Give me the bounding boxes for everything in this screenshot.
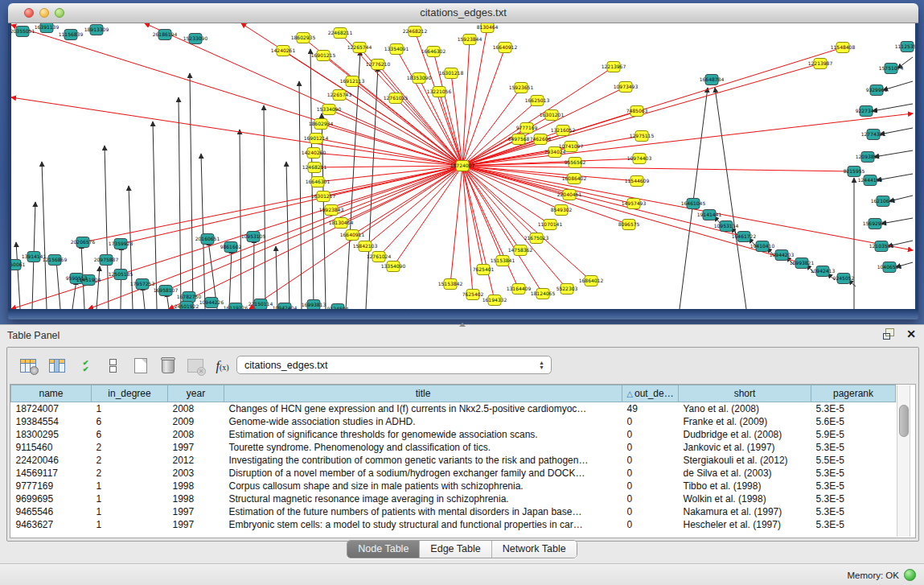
table-panel-header: Table Panel ✕	[0, 325, 924, 346]
table-row[interactable]: 1938455462009Genome-wide association stu…	[11, 415, 896, 428]
graph-node-label: 7850061	[11, 262, 26, 267]
table-cell: 1	[92, 480, 168, 492]
column-header-name[interactable]: name	[11, 385, 92, 402]
network-window[interactable]: citations_edges.txt 16912113122657431533…	[8, 3, 918, 319]
table-cell: 0	[622, 454, 679, 467]
table-cell: Estimation of significance thresholds fo…	[224, 428, 622, 441]
graph-node-label: 15692971	[863, 220, 888, 226]
table-cell: Changes of HCN gene expression and I(f) …	[224, 402, 622, 416]
tab-edge-table[interactable]: Edge Table	[420, 541, 491, 558]
delete-table-icon[interactable]	[184, 355, 206, 377]
float-panel-icon[interactable]	[883, 328, 895, 340]
table-cell: Hescheler et al. (1997)	[679, 518, 811, 531]
graph-node-label: 15153841	[491, 257, 515, 263]
table-cell: 1997	[168, 505, 224, 518]
tab-network-table[interactable]: Network Table	[492, 541, 577, 558]
table-cell: Embryonic stem cells: a model to study s…	[224, 518, 622, 531]
graph-node-label: 5522303	[556, 286, 578, 291]
graph-node-label: 15923844	[458, 36, 483, 42]
column-header-title[interactable]: title	[224, 385, 622, 402]
delete-icon[interactable]	[157, 355, 179, 377]
network-canvas[interactable]: 1691211312265743153340901860293416901214…	[11, 23, 915, 309]
table-tabs: Node TableEdge TableNetwork Table	[347, 540, 577, 558]
column-header-short[interactable]: short	[679, 385, 811, 402]
table-cell: Franke et al. (2009)	[679, 415, 811, 428]
table-cell: Estimation of the future numbers of pati…	[224, 505, 622, 518]
graph-node-label: 13221056	[427, 89, 452, 94]
graph-node-label: 10973493	[614, 84, 639, 89]
graph-node-label: 17359928	[109, 241, 133, 246]
table-cell: 2012	[168, 454, 224, 467]
table-cell: 0	[622, 505, 679, 518]
table-cell: 9699695	[11, 492, 92, 505]
graph-node-label: 20160651	[195, 236, 220, 241]
scrollbar-thumb[interactable]	[899, 405, 909, 437]
graph-node-label: 16194332	[483, 297, 507, 303]
table-cell: 9777169	[11, 480, 92, 492]
table-row[interactable]: 911546021997Tourette syndrome. Phenomeno…	[11, 441, 896, 454]
graph-node-label: 17957253	[130, 281, 155, 286]
column-header-out_de[interactable]: △out_de…	[622, 385, 679, 402]
graph-node-label: 16625013	[525, 97, 550, 103]
table-row[interactable]: 946554611997Estimation of the future num…	[11, 505, 896, 518]
row-select-icon[interactable]: ✔✔	[75, 355, 97, 377]
table-cell: Tibbo et al. (1998)	[679, 480, 811, 492]
function-builder-icon[interactable]: f(x)	[211, 355, 233, 377]
graph-node-label: 16993813	[302, 302, 326, 307]
graph-node-label: 10942413	[811, 268, 836, 274]
table-cell: 19384554	[11, 415, 92, 428]
graph-node-label: 21675023	[524, 235, 549, 241]
table-cell: 5.3E-5	[811, 402, 896, 416]
table-row[interactable]: 1872400712008Changes of HCN gene express…	[11, 402, 896, 416]
graph-node-label: 14240260	[302, 150, 326, 155]
graph-node-label: 10953114	[714, 223, 739, 229]
graph-node-label: 12213987	[808, 60, 833, 66]
graph-node-label: 10974403	[627, 155, 652, 161]
table-row[interactable]: 2242004622012Investigating the contribut…	[11, 454, 896, 467]
table-cell: Investigating the contribution of common…	[224, 454, 622, 467]
graph-node-label: 18124065	[531, 290, 556, 296]
table-cell: 14569117	[11, 467, 92, 480]
table-settings-icon[interactable]	[17, 355, 39, 377]
table-cell: 5.6E-5	[811, 415, 896, 428]
table-cell: Yano et al. (2008)	[679, 402, 811, 416]
new-table-icon[interactable]	[129, 355, 151, 377]
graph-node-label: 27150114	[248, 301, 273, 307]
table-cell: 5.9E-5	[811, 428, 896, 441]
tab-node-table[interactable]: Node Table	[347, 541, 420, 558]
column-header-pagerank[interactable]: pagerank	[811, 385, 896, 402]
table-cell: 0	[622, 467, 679, 480]
rows-icon[interactable]	[102, 355, 124, 377]
show-columns-icon[interactable]	[46, 355, 68, 377]
column-header-year[interactable]: year	[168, 385, 224, 402]
graph-node-label: 11125354	[895, 43, 915, 49]
graph-node-label: 8549302	[551, 207, 573, 212]
table-cell: 1	[92, 505, 168, 518]
table-row[interactable]: 1830029562008Estimation of significance …	[11, 428, 896, 441]
graph-node-label: 16993821	[790, 260, 815, 266]
table-row[interactable]: 946362711997Embryonic stem cells: a mode…	[11, 518, 896, 531]
graph-node-label: 12468211	[302, 164, 327, 170]
graph-node-label: 12776210	[366, 61, 391, 67]
table-cell: Disruption of a novel member of a sodium…	[224, 467, 622, 480]
table-row[interactable]: 1456911722003Disruption of a novel membe…	[11, 467, 896, 480]
graph-node-label: 11451904	[76, 277, 101, 282]
citation-network-graph[interactable]: 1691211312265743153340901860293416901214…	[11, 23, 915, 309]
column-header-in_degree[interactable]: in_degree	[92, 385, 168, 402]
table-row[interactable]: 969969511998Structural magnetic resonanc…	[11, 492, 896, 505]
table-cell: 0	[622, 480, 679, 492]
graph-node-label: 10944226	[199, 299, 224, 305]
table-cell: 5.3E-5	[811, 505, 896, 518]
window-title: citations_edges.txt	[8, 6, 918, 19]
table-cell: Tourette syndrome. Phenomenology and cla…	[224, 441, 622, 454]
table-cell: 2	[92, 441, 168, 454]
table-cell: 1	[92, 402, 168, 416]
table-selector-dropdown[interactable]: citations_edges.txt ▲▼	[236, 356, 552, 374]
table-cell: 2	[92, 454, 168, 467]
table-cell: Stergiakouli et al. (2012)	[679, 454, 811, 467]
network-window-titlebar[interactable]: citations_edges.txt	[8, 3, 918, 23]
close-panel-icon[interactable]: ✕	[906, 328, 916, 340]
table-row[interactable]: 977716911998Corpus callosum shape and si…	[11, 480, 896, 492]
vertical-scrollbar[interactable]	[897, 385, 910, 537]
table-panel: Table Panel ✕ ✔✔ f(x) citations_edges.tx…	[0, 324, 924, 564]
